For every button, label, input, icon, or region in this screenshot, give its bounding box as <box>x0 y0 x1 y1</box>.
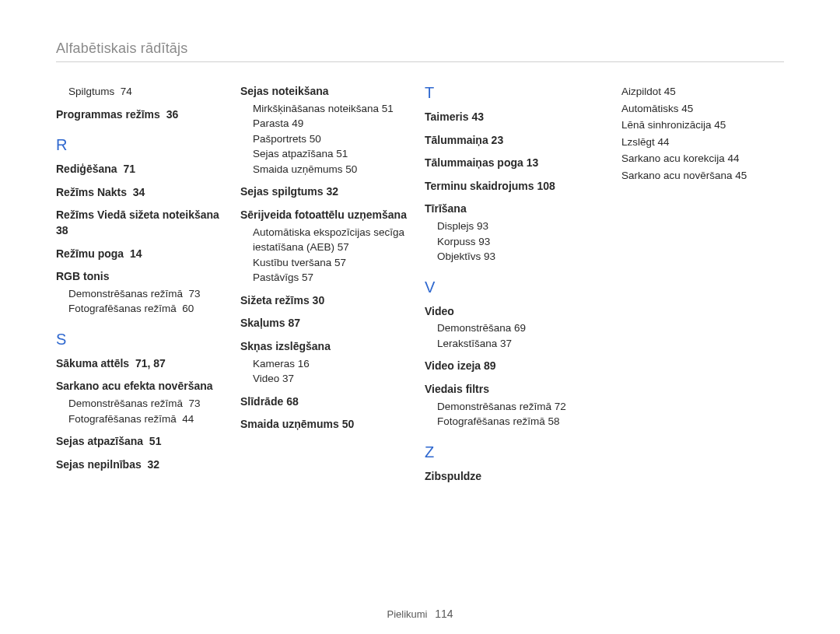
index-page: Alfabētiskais rādītājs Spilgtums 74 Prog… <box>0 0 840 634</box>
entry-pages: 71 <box>123 163 135 175</box>
index-term[interactable]: Terminu skaidrojums 108 <box>425 179 600 194</box>
page-title: Alfabētiskais rādītājs <box>56 40 784 62</box>
index-sub-entry[interactable]: Fotografēšanas režīmā 60 <box>68 301 231 317</box>
letter-heading-r: R <box>56 136 231 154</box>
index-term[interactable]: Slīdrāde 68 <box>240 394 415 410</box>
letter-heading-s: S <box>56 331 231 349</box>
entry-label: Režīmu poga <box>56 247 124 260</box>
entry-pages: 32 <box>148 458 160 471</box>
entry-label: Režīms Viedā sižeta noteikšana <box>56 208 219 221</box>
index-sub-entry[interactable]: Aizpildot 45 <box>621 84 784 100</box>
entry-label: Demonstrēšanas režīmā <box>68 398 183 409</box>
footer-section: Pielikumi <box>387 608 428 620</box>
entry-pages: 60 <box>182 303 194 314</box>
index-term[interactable]: Rediģēšana 71 <box>56 162 231 177</box>
continuation-sub-list: Spilgtums 74 <box>56 84 231 100</box>
index-sub-entry[interactable]: Fotografēšanas režīmā 58 <box>437 414 600 429</box>
index-term[interactable]: Tīrīšana <box>425 201 600 217</box>
index-sub-entry[interactable]: Sejas atpazīšana 51 <box>253 146 415 162</box>
index-term[interactable]: Sērijveida fotoattēlu uzņemšana <box>240 208 415 223</box>
index-term[interactable]: Programmas režīms 36 <box>56 107 231 123</box>
index-term[interactable]: Sejas atpazīšana 51 <box>56 434 231 450</box>
index-sub-entry[interactable]: Sarkano acu novēršana 45 <box>621 168 784 184</box>
entry-pages: 44 <box>182 413 194 425</box>
index-sub-entry[interactable]: Demonstrēšanas režīmā 73 <box>68 396 231 412</box>
index-columns: Spilgtums 74 Programmas režīms 36 R Redi… <box>56 84 784 485</box>
footer-page-number: 114 <box>435 608 453 620</box>
index-sub-entry[interactable]: Automātisks 45 <box>621 101 784 117</box>
index-sub-entry[interactable]: Video 37 <box>253 371 415 387</box>
index-term[interactable]: Sejas spilgtums 32 <box>240 184 415 200</box>
entry-pages: 71, 87 <box>135 357 166 370</box>
index-term[interactable]: Taimeris 43 <box>425 110 600 125</box>
index-term[interactable]: Tālummaiņas poga 13 <box>425 156 600 171</box>
page-footer: Pielikumi 114 <box>0 608 840 620</box>
entry-label: Režīms Nakts <box>56 186 127 198</box>
letter-heading-z: Z <box>425 443 600 461</box>
entry-pages: 74 <box>121 86 132 97</box>
entry-label: Sākuma attēls <box>56 357 129 370</box>
index-sub-entry[interactable]: Displejs 93 <box>437 219 600 234</box>
index-sub-entry[interactable]: Objektīvs 93 <box>437 249 600 264</box>
entry-label: Fotografēšanas režīmā <box>68 413 177 425</box>
entry-pages: 38 <box>56 224 68 236</box>
index-term[interactable]: Smaida uzņēmums 50 <box>240 417 415 433</box>
index-sub-entry[interactable]: Demonstrēšanas režīmā 72 <box>437 399 600 415</box>
index-sub-list: Demonstrēšana 69 Lerakstīšana 37 <box>425 321 600 351</box>
index-sub-entry[interactable]: Lerakstīšana 37 <box>437 336 600 352</box>
index-sub-entry[interactable]: Demonstrēšana 69 <box>437 321 600 336</box>
index-term[interactable]: Sejas nepilnības 32 <box>56 457 231 473</box>
index-term[interactable]: Sižeta režīms 30 <box>240 293 415 309</box>
letter-heading-v: V <box>425 278 600 296</box>
index-term[interactable]: Režīmu poga 14 <box>56 247 231 262</box>
index-term[interactable]: Sarkano acu efekta novēršana <box>56 379 231 394</box>
entry-label: Sejas noteikšana <box>240 85 329 97</box>
index-sub-list: Automātiska ekspozīcijas secīga iestatīš… <box>240 225 415 285</box>
index-term[interactable]: Skaļums 87 <box>240 316 415 331</box>
index-term[interactable]: Sejas noteikšana <box>240 84 415 100</box>
index-term[interactable]: Režīms Viedā sižeta noteikšana 38 <box>56 208 231 238</box>
index-sub-entry[interactable]: Parasta 49 <box>253 116 415 131</box>
column-3: T Taimeris 43 Tālummaiņa 23 Tālummaiņas … <box>425 84 600 485</box>
index-sub-entry[interactable]: Demonstrēšanas režīmā 73 <box>68 286 231 302</box>
entry-pages: 36 <box>166 108 179 121</box>
index-sub-entry[interactable]: Pastāvīgs 57 <box>253 270 415 285</box>
index-sub-list: Displejs 93 Korpuss 93 Objektīvs 93 <box>425 219 600 264</box>
entry-label: Demonstrēšanas režīmā <box>68 288 183 299</box>
index-sub-entry[interactable]: Mirkšķināšanas noteikšana 51 <box>253 101 415 117</box>
entry-pages: 14 <box>130 247 142 260</box>
index-sub-entry[interactable]: Kustību tveršana 57 <box>253 255 415 271</box>
index-term[interactable]: Skņas izslēgšana <box>240 339 415 355</box>
index-sub-entry[interactable]: Automātiska ekspozīcijas secīga iestatīš… <box>253 225 415 255</box>
entry-label: Sejas atpazīšana <box>56 435 143 447</box>
index-sub-entry[interactable]: Korpuss 93 <box>437 234 600 250</box>
index-term[interactable]: Tālummaiņa 23 <box>425 133 600 149</box>
index-sub-entry[interactable]: Fotografēšanas režīmā 44 <box>68 412 231 427</box>
index-term[interactable]: RGB tonis <box>56 269 231 285</box>
index-sub-list: Demonstrēšanas režīmā 73 Fotografēšanas … <box>56 396 231 426</box>
index-sub-entry[interactable]: Lzslēgt 44 <box>621 135 784 150</box>
index-sub-entry[interactable]: Kameras 16 <box>253 356 415 372</box>
index-sub-entry[interactable]: Spilgtums 74 <box>68 84 231 100</box>
entry-label: Fotografēšanas režīmā <box>68 303 177 314</box>
index-sub-entry[interactable]: Lēnā sinhronizācija 45 <box>621 117 784 133</box>
index-sub-list: Mirkšķināšanas noteikšana 51 Parasta 49 … <box>240 101 415 177</box>
index-term[interactable]: Viedais filtrs <box>425 382 600 398</box>
index-sub-list: Kameras 16 Video 37 <box>240 356 415 387</box>
column-1: Spilgtums 74 Programmas režīms 36 R Redi… <box>56 84 231 485</box>
entry-label: Sarkano acu efekta novēršana <box>56 380 213 392</box>
index-term[interactable]: Video <box>425 304 600 320</box>
entry-label: RGB tonis <box>56 270 109 282</box>
entry-pages: 73 <box>189 288 201 299</box>
index-term[interactable]: Zibspuldze <box>425 469 600 485</box>
index-term[interactable]: Video izeja 89 <box>425 359 600 374</box>
index-sub-list: Aizpildot 45 Automātisks 45 Lēnā sinhron… <box>609 84 784 183</box>
index-sub-entry[interactable]: Smaida uzņēmums 50 <box>253 162 415 177</box>
index-term[interactable]: Režīms Nakts 34 <box>56 185 231 201</box>
index-term[interactable]: Sākuma attēls 71, 87 <box>56 356 231 372</box>
index-sub-list: Demonstrēšanas režīmā 72 Fotografēšanas … <box>425 399 600 429</box>
index-sub-entry[interactable]: Sarkano acu korekcija 44 <box>621 151 784 166</box>
entry-pages: 73 <box>189 398 201 409</box>
entry-pages: 51 <box>149 435 162 447</box>
index-sub-entry[interactable]: Pašportrets 50 <box>253 131 415 147</box>
